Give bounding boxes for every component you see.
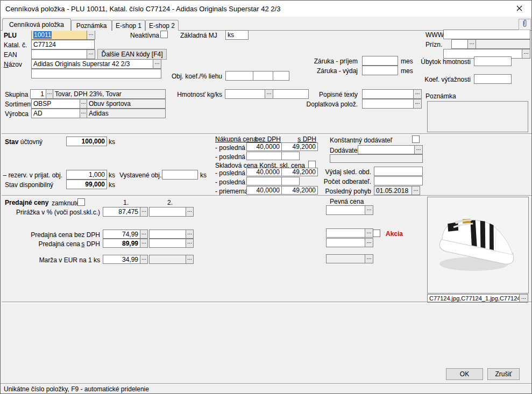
katal-input[interactable]: C77124 [31,40,95,49]
predajna-s-dph-label: Predajná cena [39,240,80,248]
predajna-s-dph-input-1[interactable]: 89,99 [103,239,140,248]
predajna-s-dph-browse-1[interactable]: ... [140,239,148,248]
title-bar[interactable]: Cenníková položka - PLU 10011, Katal. čí… [1,1,531,17]
np-posledna-bez[interactable]: 40,0000 [246,142,282,151]
hmotnost-label: Hmotnosť kg/ks [177,91,222,98]
poznamka-memo[interactable] [427,101,528,132]
vyrobca-input[interactable]: AD [31,109,80,118]
obj-koef-input-2[interactable] [253,71,273,81]
koef-vytaznosti-input[interactable] [474,74,512,84]
predajna-bez-dph-browse-2[interactable]: ... [186,230,194,239]
priemerna-s[interactable]: 49,2000 [281,186,318,195]
bez-dph-column-header: bez DPH [255,135,281,143]
zaruka-prijem-input[interactable] [362,56,398,66]
sortiment-input[interactable]: OBSP [31,99,80,109]
cancel-button[interactable]: Zrušiť [487,368,520,380]
ks-label-4: ks [109,181,115,189]
nazov-rest: ázov [9,61,22,68]
np-posledna2-bez[interactable] [246,152,282,160]
s-dph-suffix-label: s DPH [81,240,100,248]
sk-posledna-bez[interactable]: 40,0000 [246,168,282,176]
popisne-texty-browse-button[interactable]: ... [413,89,422,99]
nazov-line2-input[interactable] [31,69,161,78]
more-ean-codes-button[interactable]: Ďalšie EAN kódy [F4] [97,49,167,60]
ubytok-input[interactable] [474,56,512,66]
marza-input-2 [149,255,186,264]
zaruka-vydaj-input[interactable] [362,66,398,75]
ean-browse-button[interactable]: ... [87,49,95,59]
extra-field-browse-button[interactable]: ... [522,49,530,59]
marza-browse-1[interactable]: ... [140,255,148,264]
skupina-label: Skupina [5,91,28,98]
pocet-odberatel-input[interactable] [374,176,423,185]
sortiment-browse-button[interactable]: ... [80,99,87,109]
doplatkova-input[interactable] [362,99,414,109]
np-posledna2-s[interactable] [281,152,300,160]
zamknute-checkbox[interactable] [77,198,85,206]
tab-eshop-2[interactable]: E-shop 2 [145,20,179,31]
prirazka-browse-1[interactable]: ... [140,207,148,217]
pevna-cena-browse-1[interactable]: ... [365,205,373,215]
plu-input[interactable]: 10011 [31,30,87,40]
prirazka-input-1[interactable]: 87,475 [103,207,140,217]
hmotnost-input-2[interactable] [273,89,309,99]
vyrobca-browse-button[interactable]: ... [80,109,87,118]
ean-input[interactable] [31,49,87,59]
obj-koef-input-3[interactable] [273,71,289,81]
pevna-cena-input-3[interactable] [326,238,365,247]
pevna-cena-input-2[interactable] [326,228,365,238]
priemerna-bez[interactable]: 40,0000 [246,186,282,195]
konst-skl-cena-checkbox[interactable] [308,161,316,168]
prizn-input[interactable] [451,39,468,49]
skupina-browse-button[interactable]: ... [46,89,53,99]
attachments-button[interactable] [519,19,531,30]
predajna-s-dph-input-2[interactable] [149,239,186,248]
tab-label: Cenníková položka [9,21,64,28]
pevna-cena-input-1[interactable] [326,205,365,215]
prirazka-input-2[interactable] [149,207,186,217]
predajna-s-dph-browse-2[interactable]: ... [186,239,194,248]
www-input[interactable] [443,30,530,39]
pevna-cena-browse-4[interactable]: ... [365,254,373,263]
marza-browse-2[interactable]: ... [186,255,194,264]
pevna-cena-browse-3[interactable]: ... [365,238,373,247]
dodavatel-browse-button[interactable]: ... [414,145,423,154]
posledny-pohyb-value: 01.05.2018 [374,186,412,195]
marza-input-1[interactable]: 34,99 [103,255,140,264]
prizn-browse-button[interactable]: ... [467,39,476,49]
obj-koef-input-1[interactable] [225,71,253,81]
prizn-text-field [476,39,530,49]
neaktivna-checkbox[interactable] [160,31,168,38]
hmotnost-input[interactable] [225,89,265,99]
prirazka-browse-2[interactable]: ... [186,207,194,217]
zakladna-mj-input[interactable]: ks [225,30,249,40]
doplatkova-browse-button[interactable]: ... [413,99,422,109]
np-posledna-s[interactable]: 49,2000 [281,142,318,151]
posledny-pohyb-browse-button[interactable]: ... [412,186,420,195]
vydaj-sled-input[interactable] [374,167,423,176]
predajna-bez-dph-browse-1[interactable]: ... [140,230,148,239]
tab-cennikova-polozka[interactable]: Cenníková položka [2,18,71,31]
ok-button[interactable]: OK [446,368,483,380]
predajna-bez-dph-input-2[interactable] [149,230,186,239]
popisne-texty-input[interactable] [362,89,414,99]
sk-posledna2-s[interactable] [281,177,300,185]
skupina-input[interactable]: 1 [30,89,46,99]
predajna-bez-dph-input-1[interactable]: 74,99 [103,230,140,239]
priemerna-label: - priemerná [215,188,248,195]
close-button[interactable] [507,1,531,16]
sk-posledna-s[interactable]: 49,2000 [281,168,318,176]
plu-browse-button[interactable]: ... [87,30,95,40]
mes-label-2: mes [401,67,413,75]
dodavatel-input[interactable] [358,145,415,154]
hmotnost-browse-button[interactable]: ... [265,89,273,99]
sk-posledna2-bez[interactable] [246,177,282,185]
nazov-input[interactable]: Adidas Originals Superstar 42 2/3 [31,59,153,69]
vystavene-input[interactable] [162,170,198,180]
tab-poznamka[interactable]: Poznámka [71,20,112,31]
konstantny-dodavatel-checkbox[interactable] [412,135,420,143]
tab-eshop-1[interactable]: E-shop 1 [112,20,145,31]
nazov-browse-button[interactable]: ... [153,59,161,69]
akcia-checkbox[interactable] [373,230,380,237]
pevna-cena-browse-2[interactable]: ... [365,228,373,238]
